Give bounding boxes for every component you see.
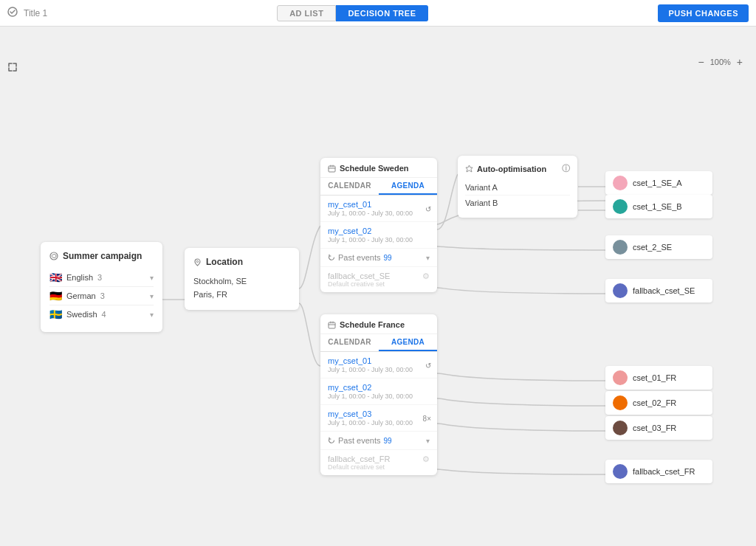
sweden-sched-item-1[interactable]: my_cset_01 July 1, 00:00 - July 30, 00:0… xyxy=(320,196,437,222)
schedule-sweden-tabs: CALENDAR AGENDA xyxy=(320,178,437,196)
cset-pill-fallback-fr[interactable]: fallback_cset_FR xyxy=(605,460,712,483)
svg-rect-3 xyxy=(329,166,335,172)
flag-english: 🇬🇧 xyxy=(49,272,62,283)
campaign-card: Summer campaign 🇬🇧 English 3 ▾ 🇩🇪 German… xyxy=(41,242,162,332)
refresh-icon-sweden xyxy=(328,254,335,261)
sweden-past-count: 99 xyxy=(383,254,391,262)
sweden-item2-date: July 1, 00:00 - July 30, 00:00 xyxy=(328,236,430,243)
location-icon xyxy=(193,258,202,266)
refresh-icon-france xyxy=(328,437,335,444)
cset-avatar-2-se xyxy=(613,240,628,255)
location-paris: Paris, FR xyxy=(193,288,290,301)
calendar-sweden-icon xyxy=(328,165,336,173)
cset-avatar-fallback-se xyxy=(613,283,628,298)
france-past-chevron: ▾ xyxy=(426,437,430,445)
tab-decision-tree[interactable]: DECISION TREE xyxy=(336,5,428,21)
sweden-fallback: ⚙ fallback_cset_SE Default creative set xyxy=(320,267,437,292)
page-title: Title 1 xyxy=(24,8,47,18)
lang-german-count: 3 xyxy=(100,291,105,300)
sweden-tab-calendar[interactable]: CALENDAR xyxy=(320,178,379,195)
cset-pill-1-se-a[interactable]: cset_1_SE_A xyxy=(605,171,712,195)
schedule-france-header: Schedule France xyxy=(320,314,437,334)
france-tab-calendar[interactable]: CALENDAR xyxy=(320,334,379,351)
france-item3-date: July 1, 00:00 - July 30, 00:00 xyxy=(328,419,430,426)
zoom-out-button[interactable]: − xyxy=(695,56,707,68)
push-changes-button[interactable]: PUSH CHANGES xyxy=(658,4,749,22)
schedule-france-tabs: CALENDAR AGENDA xyxy=(320,334,437,352)
sweden-tab-agenda[interactable]: AGENDA xyxy=(379,178,437,195)
cset-label-02-fr: cset_02_FR xyxy=(633,398,676,407)
cset-pill-2-se[interactable]: cset_2_SE xyxy=(605,235,712,259)
france-item2-date: July 1, 00:00 - July 30, 00:00 xyxy=(328,393,430,400)
expand-icon[interactable] xyxy=(7,62,18,75)
sweden-past-chevron: ▾ xyxy=(426,254,430,262)
cset-avatar-01-fr xyxy=(613,370,628,385)
language-english[interactable]: 🇬🇧 English 3 ▾ xyxy=(49,269,154,287)
france-item1-date: July 1, 00:00 - July 30, 00:00 xyxy=(328,366,430,373)
france-past-events[interactable]: Past events 99 ▾ xyxy=(320,432,437,450)
sweden-item1-date: July 1, 00:00 - July 30, 00:00 xyxy=(328,210,430,217)
sweden-past-events[interactable]: Past events 99 ▾ xyxy=(320,249,437,267)
sweden-fallback-name: fallback_cset_SE xyxy=(328,272,430,280)
cset-pill-fallback-se[interactable]: fallback_cset_SE xyxy=(605,279,712,303)
france-fallback-desc: Default creative set xyxy=(328,463,430,471)
schedule-sweden-header: Schedule Sweden xyxy=(320,158,437,178)
lang-german-label: German xyxy=(66,291,96,300)
calendar-france-icon xyxy=(328,321,336,329)
tab-ad-list[interactable]: AD LIST xyxy=(277,5,336,21)
cset-label-fallback-se: fallback_cset_SE xyxy=(633,286,695,295)
france-tab-agenda[interactable]: AGENDA xyxy=(379,334,437,351)
flag-german: 🇩🇪 xyxy=(49,290,62,302)
lang-english-label: English xyxy=(66,273,93,282)
zoom-value: 100% xyxy=(710,58,731,66)
chevron-english: ▾ xyxy=(150,274,154,282)
cset-pill-02-fr[interactable]: cset_02_FR xyxy=(605,391,712,415)
auto-optimisation-header: Auto-optimisation ⓘ xyxy=(465,163,570,174)
sweden-fallback-desc: Default creative set xyxy=(328,280,430,288)
lang-swedish-count: 4 xyxy=(102,310,106,319)
language-german[interactable]: 🇩🇪 German 3 ▾ xyxy=(49,287,154,305)
lang-swedish-label: Swedish xyxy=(66,310,97,319)
cset-pill-01-fr[interactable]: cset_01_FR xyxy=(605,366,712,390)
cset-label-1-se-a: cset_1_SE_A xyxy=(633,179,682,187)
zoom-in-button[interactable]: + xyxy=(734,56,746,68)
canvas: − 100% + xyxy=(0,27,756,546)
cset-label-fallback-fr: fallback_cset_FR xyxy=(633,467,695,476)
settings-icon-france: ⚙ xyxy=(422,455,430,464)
svg-rect-4 xyxy=(329,322,335,328)
auto-opt-icon xyxy=(465,165,473,173)
cset-pill-1-se-b[interactable]: cset_1_SE_B xyxy=(605,195,712,218)
zoombar: − 100% + xyxy=(692,53,749,71)
france-sched-item-3[interactable]: my_cset_03 July 1, 00:00 - July 30, 00:0… xyxy=(320,405,437,432)
france-item3-badge: 8× xyxy=(423,414,431,422)
flag-swedish: 🇸🇪 xyxy=(49,308,62,320)
cset-pill-03-fr[interactable]: cset_03_FR xyxy=(605,416,712,440)
lang-english-count: 3 xyxy=(97,273,102,282)
france-sched-item-2[interactable]: my_cset_02 July 1, 00:00 - July 30, 00:0… xyxy=(320,379,437,405)
variant-a-row: Variant A xyxy=(465,180,570,196)
france-item1-name: my_cset_01 xyxy=(328,356,430,365)
schedule-france-card: Schedule France CALENDAR AGENDA my_cset_… xyxy=(320,314,437,475)
france-past-count: 99 xyxy=(383,437,391,445)
chevron-german: ▾ xyxy=(150,292,154,300)
auto-optimisation-card: Auto-optimisation ⓘ Variant A Variant B xyxy=(458,156,577,218)
cset-avatar-03-fr xyxy=(613,421,628,435)
view-tabs: AD LIST DECISION TREE xyxy=(277,5,428,21)
sweden-item1-badge: ↺ xyxy=(425,204,431,212)
campaign-title: Summer campaign xyxy=(49,251,154,261)
sweden-item1-name: my_cset_01 xyxy=(328,200,430,209)
language-swedish[interactable]: 🇸🇪 Swedish 4 ▾ xyxy=(49,305,154,323)
sweden-sched-item-2[interactable]: my_cset_02 July 1, 00:00 - July 30, 00:0… xyxy=(320,222,437,249)
topbar: Title 1 AD LIST DECISION TREE PUSH CHANG… xyxy=(0,0,756,27)
campaign-icon xyxy=(49,252,58,260)
topbar-left: Title 1 xyxy=(7,7,47,19)
settings-icon-sweden: ⚙ xyxy=(422,272,430,281)
france-fallback: ⚙ fallback_cset_FR Default creative set xyxy=(320,450,437,475)
france-sched-item-1[interactable]: my_cset_01 July 1, 00:00 - July 30, 00:0… xyxy=(320,352,437,379)
cset-avatar-fallback-fr xyxy=(613,464,628,479)
svg-point-2 xyxy=(196,260,198,262)
cset-avatar-1-se-a xyxy=(613,176,628,190)
cset-avatar-1-se-b xyxy=(613,199,628,214)
cset-label-1-se-b: cset_1_SE_B xyxy=(633,202,682,211)
app-logo xyxy=(7,7,18,19)
